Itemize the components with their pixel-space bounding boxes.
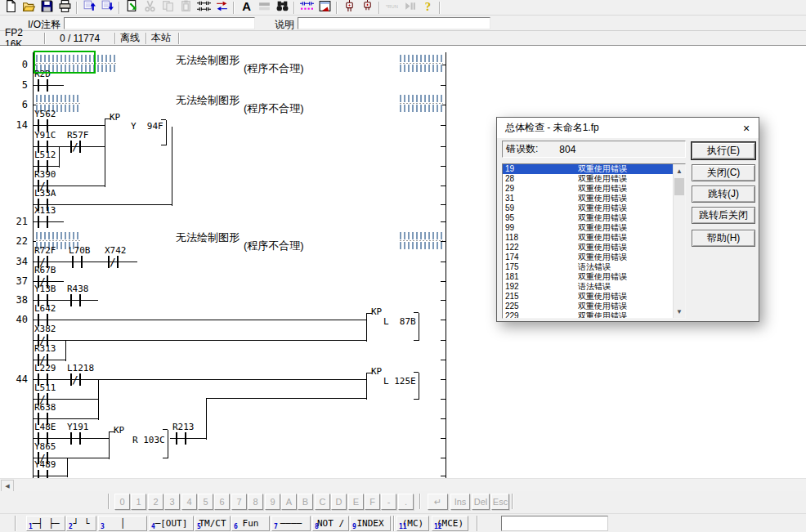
horizontal-scrollbar[interactable]: ◀ — [0, 478, 806, 491]
print-button[interactable] — [56, 0, 74, 15]
fn-button-8[interactable]: NOT /8 — [312, 516, 349, 531]
scrollbar-thumb[interactable] — [674, 178, 684, 195]
fn-button-6[interactable]: Fun6 — [231, 516, 270, 531]
download-to-plc-button[interactable] — [98, 0, 116, 15]
error-message: 双重使用错误 — [578, 184, 685, 194]
right-bus-tick — [441, 85, 446, 86]
fn-button-4[interactable]: ─[OUT]4 — [149, 516, 194, 531]
error-message: 双重使用错误 — [578, 311, 685, 319]
save-button[interactable] — [38, 0, 56, 15]
fn-number: 7 — [274, 524, 278, 530]
fn-number: 9 — [352, 524, 356, 530]
error-row[interactable]: 31双重使用错误 — [503, 194, 685, 203]
close-button[interactable]: 关闭(C) — [692, 164, 755, 181]
fn-button-7[interactable]: ────7 — [271, 516, 311, 531]
error-address: 215 — [503, 292, 578, 302]
output-bracket-stub — [414, 399, 419, 400]
error-list-scrollbar[interactable]: ▲ ▼ — [673, 164, 685, 318]
open-file-button[interactable] — [20, 0, 38, 15]
ladder-contact[interactable] — [69, 294, 83, 306]
error-row[interactable]: 122双重使用错误 — [503, 243, 685, 253]
ladder-symbol-button[interactable] — [195, 0, 213, 15]
error-row[interactable]: 118双重使用错误 — [503, 233, 685, 243]
contact-bar — [176, 432, 177, 445]
ladder-contact[interactable] — [36, 470, 50, 478]
ladder-contact[interactable] — [70, 256, 84, 268]
new-file-button[interactable] — [2, 0, 20, 15]
ladder-contact[interactable]: / — [69, 373, 83, 386]
find-button[interactable] — [273, 0, 291, 15]
error-list[interactable]: 19双重使用错误28双重使用错误29双重使用错误31双重使用错误59双重使用错误… — [502, 163, 686, 319]
jump-and-close-button[interactable]: 跳转后关闭 — [692, 207, 755, 224]
error-row[interactable]: 28双重使用错误 — [503, 174, 685, 184]
ladder-contact[interactable] — [36, 216, 50, 228]
error-message: 语法错误 — [578, 282, 685, 292]
fn-number: 4 — [151, 524, 155, 530]
right-bus-tick — [441, 125, 446, 126]
fn-button-1[interactable]: ─┤ ├─1 — [26, 516, 65, 531]
error-row[interactable]: 59双重使用错误 — [503, 203, 685, 213]
execute-button[interactable]: 执行(E) — [692, 142, 755, 159]
status-mode: 离线 — [115, 33, 146, 44]
ladder-contact[interactable]: / — [106, 256, 120, 268]
error-row[interactable]: 215双重使用错误 — [503, 292, 685, 302]
fnbar-separator — [393, 516, 394, 531]
error-row[interactable]: 181双重使用错误 — [503, 272, 685, 282]
fn-symbol: INDEX — [356, 518, 383, 529]
ladder-contact[interactable]: / — [69, 141, 83, 153]
upload-from-plc-button[interactable] — [80, 0, 98, 15]
text-comment-button[interactable]: A — [237, 0, 255, 15]
insert-mode-button[interactable] — [213, 0, 231, 15]
ladder-contact[interactable] — [69, 432, 83, 445]
error-row[interactable]: 174双重使用错误 — [503, 253, 685, 262]
ladder-contact[interactable] — [174, 432, 188, 445]
fn-button-2[interactable]: ┘ └2 — [66, 516, 96, 531]
description-input[interactable] — [298, 17, 490, 29]
fn-button-3[interactable]: │3 — [98, 516, 147, 531]
contact-bar — [72, 256, 74, 268]
key-Esc: Esc — [491, 494, 509, 510]
error-row[interactable]: 29双重使用错误 — [503, 184, 685, 194]
fn-button-9[interactable]: INDEX9 — [350, 516, 391, 531]
description-label: 说明 — [266, 18, 294, 32]
wire-vertical — [98, 380, 99, 420]
error-row[interactable]: 229双重使用错误 — [503, 311, 685, 319]
scroll-up-icon[interactable]: ▲ — [674, 165, 685, 177]
fn-button-11[interactable]: (MC)11 — [396, 516, 429, 531]
error-row[interactable]: 225双重使用错误 — [503, 302, 685, 311]
fn-button-12[interactable]: (MCE)12 — [432, 516, 468, 531]
io-comment-input[interactable] — [64, 17, 255, 29]
help-dialog-button[interactable]: 帮助(H) — [692, 230, 755, 247]
toolbar-separator — [336, 2, 338, 14]
scroll-down-icon[interactable]: ▼ — [674, 306, 685, 317]
jump-button[interactable]: 跳转(J) — [692, 186, 755, 203]
run-icon: *RUN — [385, 0, 399, 16]
scroll-left-button[interactable]: ◀ — [1, 480, 14, 492]
select-mode-button[interactable] — [123, 0, 141, 15]
key-E: E — [348, 494, 364, 510]
right-bus-tick — [441, 166, 446, 167]
ladder-monitor-button[interactable] — [298, 0, 316, 15]
ladder-contact[interactable] — [36, 79, 50, 92]
instruction-input[interactable] — [501, 516, 608, 531]
offline-mode-button[interactable] — [358, 0, 376, 15]
error-row[interactable]: 19双重使用错误 — [503, 164, 685, 174]
dialog-close-button[interactable]: × — [737, 120, 755, 136]
error-row[interactable]: 99双重使用错误 — [503, 223, 685, 233]
error-row[interactable]: 175语法错误 — [503, 262, 685, 272]
output-bracket-stub — [163, 458, 168, 458]
cut-button — [141, 0, 159, 15]
program-check-button[interactable] — [316, 0, 334, 15]
error-row[interactable]: 192语法错误 — [503, 282, 685, 292]
cursor-selection-box[interactable] — [34, 51, 96, 74]
error-message: 双重使用错误 — [578, 174, 685, 184]
fn-button-5[interactable]: TM/CT5 — [195, 516, 231, 531]
block-comment-button[interactable] — [255, 0, 273, 15]
error-row[interactable]: 95双重使用错误 — [503, 213, 685, 223]
contact-bar — [47, 470, 48, 478]
right-bus-tick — [441, 146, 446, 147]
right-bus-tick — [441, 262, 446, 262]
help-button[interactable]: ? — [419, 0, 437, 15]
right-bus-tick — [441, 281, 446, 282]
online-mode-button[interactable] — [340, 0, 358, 15]
